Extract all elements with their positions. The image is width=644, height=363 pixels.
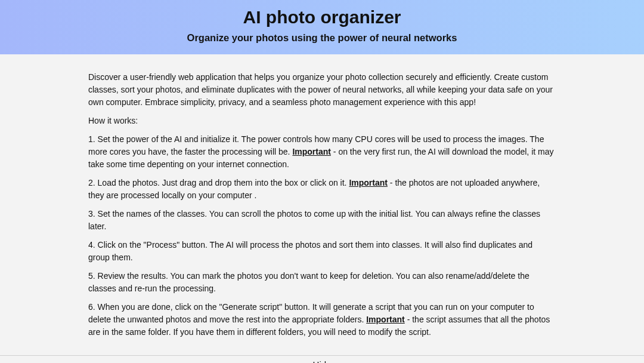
important-label: Important — [366, 315, 405, 324]
intro-blurb: Discover a user-friendly web application… — [88, 71, 556, 109]
step-1: 1. Set the power of the AI and initializ… — [88, 133, 556, 171]
step-6: 6. When you are done, click on the "Gene… — [88, 301, 556, 339]
step-5: 5. Review the results. You can mark the … — [88, 270, 556, 295]
step-4: 4. Click on the "Process" button. The AI… — [88, 239, 556, 264]
important-label: Important — [292, 147, 331, 156]
step-2: 2. Load the photos. Just drag and drop t… — [88, 177, 556, 202]
page-subtitle: Organize your photos using the power of … — [0, 32, 644, 44]
page-title: AI photo organizer — [0, 7, 644, 27]
intro-section: Discover a user-friendly web application… — [0, 54, 644, 355]
hero-banner: AI photo organizer Organize your photos … — [0, 0, 644, 54]
step-3: 3. Set the names of the classes. You can… — [88, 208, 556, 233]
important-label: Important — [349, 178, 388, 187]
how-it-works-header: How it works: — [88, 115, 556, 127]
step-2-pre: 2. Load the photos. Just drag and drop t… — [88, 178, 349, 187]
hide-toggle[interactable]: Hide — [0, 355, 644, 363]
